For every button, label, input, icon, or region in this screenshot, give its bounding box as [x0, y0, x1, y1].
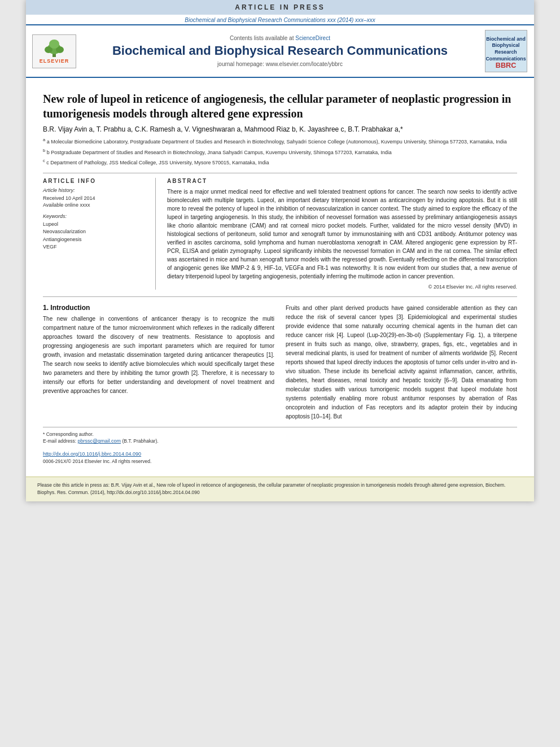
affiliation-b: b b Postgraduate Department of Studies a… — [43, 147, 517, 157]
article-info-column: ARTICLE INFO Article history: Received 1… — [43, 178, 156, 290]
citation-bar: Please cite this article in press as: B.… — [26, 477, 534, 501]
intro-paragraph-1: The new challenge in conventions of anti… — [43, 314, 274, 396]
authors-line: B.R. Vijay Avin a, T. Prabhu a, C.K. Ram… — [43, 125, 517, 133]
bbrc-logo-image: Biochemical and Biophysical Research Com… — [485, 30, 527, 72]
svg-text:Biochemical and: Biochemical and — [486, 36, 526, 42]
corresponding-note: * Corresponding author. — [43, 431, 517, 438]
abstract-copyright: © 2014 Elsevier Inc. All rights reserved… — [167, 284, 517, 290]
keywords-label: Keywords: — [43, 213, 148, 219]
available-online: Available online xxxx — [43, 202, 148, 209]
bbrc-logo-area: Biochemical and Biophysical Research Com… — [483, 30, 528, 72]
intro-paragraph-2: Fruits and other plant derived products … — [286, 304, 517, 421]
received-date: Received 10 April 2014 — [43, 195, 148, 202]
svg-text:BBRC: BBRC — [495, 62, 516, 69]
journal-title-area: Contents lists available at ScienceDirec… — [82, 35, 478, 67]
intro-section-title: 1. Introduction — [43, 304, 274, 312]
banner-text: ARTICLE IN PRESS — [235, 3, 325, 11]
bbrc-logo: Biochemical and Biophysical Research Com… — [485, 30, 527, 72]
keyword-4: VEGF — [43, 243, 148, 251]
body-section: 1. Introduction The new challenge in con… — [43, 304, 517, 421]
elsevier-tree-icon — [40, 38, 68, 58]
keyword-3: Antiangiogenesis — [43, 236, 148, 244]
abstract-column: ABSTRACT There is a major unmet medical … — [167, 178, 517, 290]
doi-link[interactable]: http://dx.doi.org/10.1016/j.bbrc.2014.04… — [43, 451, 141, 457]
sciencedirect-line: Contents lists available at ScienceDirec… — [82, 35, 478, 41]
info-abstract-section: ARTICLE INFO Article history: Received 1… — [43, 173, 517, 290]
history-label: Article history: — [43, 187, 148, 193]
affiliation-a: a a Molecular Biomedicine Laboratory, Po… — [43, 137, 517, 146]
abstract-label: ABSTRACT — [167, 178, 517, 184]
email-line: E-mail address: pbrssc@gmail.com (B.T. P… — [43, 438, 517, 445]
abstract-text: There is a major unmet medical need for … — [167, 187, 517, 281]
article-info-label: ARTICLE INFO — [43, 178, 148, 184]
body-right-col: Fruits and other plant derived products … — [286, 304, 517, 421]
affiliations: a a Molecular Biomedicine Laboratory, Po… — [43, 137, 517, 167]
journal-header: ELSEVIER Contents lists available at Sci… — [26, 24, 534, 78]
affiliation-c: c c Department of Pathology, JSS Medical… — [43, 158, 517, 167]
issn-line: 0006-291X/© 2014 Elsevier Inc. All right… — [43, 458, 517, 465]
elsevier-logo-box: ELSEVIER — [32, 34, 76, 68]
section-divider — [43, 296, 517, 297]
keyword-2: Neovascularization — [43, 228, 148, 236]
email-link[interactable]: pbrssc@gmail.com — [77, 438, 121, 444]
svg-text:Communications: Communications — [485, 56, 526, 62]
sciencedirect-link[interactable]: ScienceDirect — [295, 35, 330, 41]
journal-homepage: journal homepage: www.elsevier.com/locat… — [82, 61, 478, 67]
article-in-press-banner: ARTICLE IN PRESS — [26, 0, 534, 15]
svg-point-4 — [49, 40, 59, 49]
citation-text: Please cite this article in press as: B.… — [37, 482, 523, 497]
journal-ref-line: Biochemical and Biophysical Research Com… — [26, 15, 534, 24]
svg-text:Biophysical: Biophysical — [492, 42, 519, 48]
keyword-1: Lupeol — [43, 221, 148, 229]
body-left-col: 1. Introduction The new challenge in con… — [43, 304, 274, 421]
svg-text:Research: Research — [495, 49, 517, 55]
journal-title: Biochemical and Biophysical Research Com… — [82, 43, 478, 58]
main-content: New role of lupeol in reticence of angio… — [26, 78, 534, 471]
article-title: New role of lupeol in reticence of angio… — [43, 91, 517, 121]
footer-note: * Corresponding author. E-mail address: … — [43, 427, 517, 465]
elsevier-logo-area: ELSEVIER — [32, 34, 77, 68]
